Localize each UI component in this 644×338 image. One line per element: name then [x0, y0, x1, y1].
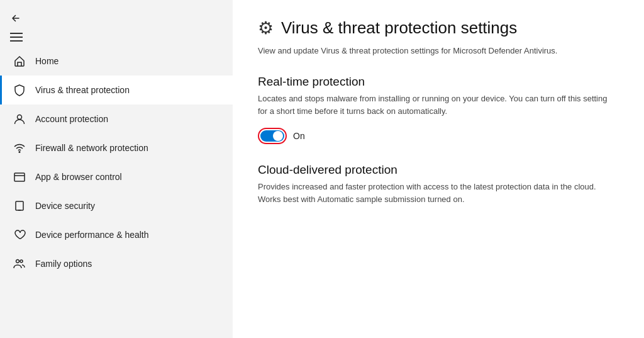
sidebar-item-home[interactable]: Home [0, 47, 233, 76]
back-button[interactable] [10, 13, 21, 24]
realtime-desc: Locates and stops malware from installin… [258, 93, 619, 118]
cloud-title: Cloud-delivered protection [258, 163, 619, 177]
cloud-desc: Provides increased and faster protection… [258, 181, 619, 206]
shield-icon [13, 83, 26, 97]
sidebar-label-firewall: Firewall & network protection [35, 143, 148, 153]
person-icon [13, 112, 26, 126]
svg-point-0 [18, 115, 22, 120]
realtime-title: Real-time protection [258, 75, 619, 89]
toggle-knob [273, 131, 283, 141]
svg-point-1 [19, 152, 20, 153]
page-title: Virus & threat protection settings [281, 18, 517, 38]
svg-point-4 [16, 260, 19, 263]
settings-gear-icon: ⚙ [258, 18, 274, 38]
sidebar-item-family[interactable]: Family options [0, 249, 233, 278]
sidebar-label-home: Home [35, 56, 58, 66]
page-header: ⚙ Virus & threat protection settings [258, 18, 619, 38]
realtime-toggle[interactable] [258, 128, 287, 144]
sidebar-top [0, 6, 233, 28]
home-icon [13, 54, 26, 68]
hamburger-menu[interactable] [0, 28, 233, 47]
sidebar: HomeVirus & threat protectionAccount pro… [0, 0, 233, 338]
realtime-section: Real-time protection Locates and stops m… [258, 75, 619, 144]
svg-rect-3 [16, 201, 23, 210]
toggle-on-label: On [293, 131, 305, 141]
sidebar-label-virus: Virus & threat protection [35, 85, 130, 95]
sidebar-label-account: Account protection [35, 114, 108, 124]
sidebar-item-device-perf[interactable]: Device performance & health [0, 220, 233, 249]
page-subtitle: View and update Virus & threat protectio… [258, 45, 619, 57]
wifi-icon [13, 141, 26, 155]
svg-rect-2 [14, 173, 25, 181]
sidebar-item-app-browser[interactable]: App & browser control [0, 162, 233, 191]
main-content: ⚙ Virus & threat protection settings Vie… [233, 0, 644, 338]
device-icon [13, 199, 26, 213]
toggle-bg [260, 130, 284, 142]
realtime-toggle-row: On [258, 128, 619, 144]
sidebar-item-virus[interactable]: Virus & threat protection [0, 76, 233, 104]
cloud-section: Cloud-delivered protection Provides incr… [258, 163, 619, 206]
sidebar-label-family: Family options [35, 259, 92, 269]
sidebar-label-app-browser: App & browser control [35, 172, 122, 182]
sidebar-item-account[interactable]: Account protection [0, 104, 233, 133]
sidebar-label-device-security: Device security [35, 201, 95, 211]
heart-icon [13, 228, 26, 242]
sidebar-item-firewall[interactable]: Firewall & network protection [0, 133, 233, 162]
browser-icon [13, 170, 26, 184]
svg-point-5 [20, 260, 23, 262]
family-icon [13, 257, 26, 271]
sidebar-item-device-security[interactable]: Device security [0, 191, 233, 220]
sidebar-label-device-perf: Device performance & health [35, 230, 149, 240]
